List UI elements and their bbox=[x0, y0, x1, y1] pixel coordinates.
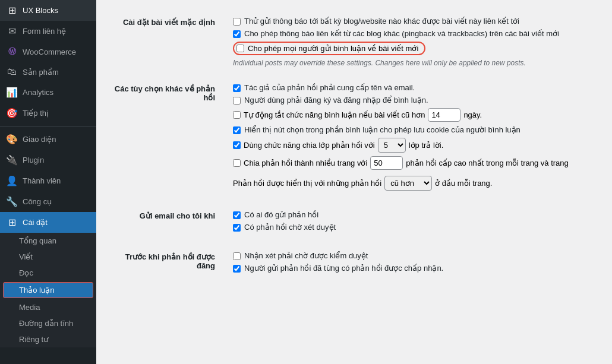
ux-blocks-icon: ⊞ bbox=[6, 5, 18, 16]
sidebar-item-cong-cu[interactable]: 🔧 Công cụ bbox=[0, 191, 96, 212]
option10-container: Phản hồi được hiển thị với những phản hồ… bbox=[233, 176, 492, 191]
sidebar-item-woocommerce[interactable]: Ⓦ WooCommerce bbox=[0, 42, 96, 62]
option12-text: Có phản hồi chờ xét duyệt bbox=[244, 223, 336, 232]
option2-text: Cho phép thông báo liên kết từ các blog … bbox=[244, 29, 559, 38]
option9-container: Chia phản hồi thành nhiều trang với phản… bbox=[233, 156, 569, 170]
sidebar-item-san-pham[interactable]: 🛍 Sản phẩm bbox=[0, 62, 96, 82]
option3-checkbox[interactable] bbox=[236, 45, 244, 52]
sidebar-item-thanh-vien[interactable]: 👤 Thành viên bbox=[0, 170, 96, 191]
option12-checkbox[interactable] bbox=[233, 224, 241, 232]
section4-content: Nhận xét phải chờ được kiểm duyệt Người … bbox=[227, 249, 600, 278]
option2-checkbox[interactable] bbox=[233, 30, 241, 38]
sidebar-item-ux-blocks[interactable]: ⊞ UX Blocks bbox=[0, 0, 96, 21]
settings-section-2: Các tùy chọn khác về phản hồi Tác giả củ… bbox=[108, 75, 600, 202]
option3-circle: Cho phép mọi người gửi bình luận về bài … bbox=[233, 42, 425, 55]
sidebar-item-label: WooCommerce bbox=[23, 48, 76, 56]
sidebar-item-giao-dien[interactable]: 🎨 Giao diện bbox=[0, 129, 96, 150]
option4-label[interactable]: Tác giả của phản hồi phải cung cấp tên v… bbox=[233, 83, 594, 92]
option3-text: Cho phép mọi người gửi bình luận về bài … bbox=[248, 44, 418, 53]
option6-suffix: ngày. bbox=[463, 110, 482, 119]
option2-label[interactable]: Cho phép thông báo liên kết từ các blog … bbox=[233, 29, 594, 38]
option10-text: Phản hồi được hiển thị với những phản hồ… bbox=[233, 179, 381, 188]
sidebar-item-rieng-tu[interactable]: Riêng tư bbox=[0, 331, 96, 347]
option13-label[interactable]: Nhận xét phải chờ được kiểm duyệt bbox=[233, 251, 594, 260]
option6-container: Tự động tắt chức năng bình luận nếu bài … bbox=[233, 108, 482, 122]
sidebar-item-label: Công cụ bbox=[23, 197, 52, 206]
option13-checkbox[interactable] bbox=[233, 252, 241, 260]
option11-label[interactable]: Có ai đó gửi phản hồi bbox=[233, 210, 594, 219]
tiep-thi-icon: 🎯 bbox=[6, 107, 18, 119]
sidebar-item-plugin[interactable]: 🔌 Plugin bbox=[0, 150, 96, 170]
option13-text: Nhận xét phải chờ được kiểm duyệt bbox=[244, 251, 368, 260]
sidebar-item-label: Sản phẩm bbox=[23, 68, 59, 77]
option7-checkbox[interactable] bbox=[233, 126, 241, 134]
option7-text: Hiển thị nút chọn trong phần bình luận c… bbox=[244, 125, 520, 134]
option4-checkbox[interactable] bbox=[233, 84, 241, 92]
sidebar-item-label: Thành viên bbox=[23, 176, 61, 185]
sidebar-item-duong-dan-tinh[interactable]: Đường dẫn tĩnh bbox=[0, 315, 96, 331]
sidebar-item-tiep-thi[interactable]: 🎯 Tiếp thị bbox=[0, 103, 96, 124]
section3-content: Có ai đó gửi phản hồi Có phản hồi chờ xé… bbox=[227, 208, 600, 237]
sidebar-item-analytics[interactable]: 📊 Analytics bbox=[0, 82, 96, 103]
option14-checkbox[interactable] bbox=[233, 265, 241, 273]
option9-text: Chia phản hồi thành nhiều trang với bbox=[244, 159, 367, 167]
option6-text: Tự động tắt chức năng bình luận nếu bài … bbox=[244, 110, 425, 119]
sidebar-item-viet[interactable]: Viết bbox=[0, 249, 96, 265]
option8-suffix: lớp trả lời. bbox=[409, 141, 444, 150]
sidebar-item-form-lien-he[interactable]: ✉ Form liên hệ bbox=[0, 21, 96, 42]
settings-section-4: Trước khi phản hồi được đăng Nhận xét ph… bbox=[108, 243, 600, 284]
option6-checkbox[interactable] bbox=[233, 111, 241, 119]
sidebar-item-label: Giao diện bbox=[23, 135, 56, 144]
option14-text: Người gửi phản hồi đã từng có phản hồi đ… bbox=[244, 264, 443, 273]
option8-checkbox[interactable] bbox=[233, 141, 241, 149]
section1-note: Individual posts may override these sett… bbox=[233, 59, 594, 67]
option8-text: Dùng chức năng chia lớp phản hồi với bbox=[244, 141, 375, 150]
cai-dat-icon: ⊞ bbox=[6, 217, 18, 228]
option8-select[interactable]: 2345678910 bbox=[378, 138, 406, 153]
settings-section-1: Cài đặt bài viết mặc định Thử gửi thông … bbox=[108, 9, 600, 75]
sidebar-item-label: Analytics bbox=[23, 88, 53, 97]
option11-text: Có ai đó gửi phản hồi bbox=[244, 210, 318, 219]
sidebar-item-media[interactable]: Media bbox=[0, 299, 96, 315]
analytics-icon: 📊 bbox=[6, 87, 18, 98]
option1-text: Thử gửi thông báo tới bất kỳ blog/websit… bbox=[244, 17, 519, 26]
main-content: Cài đặt bài viết mặc định Thử gửi thông … bbox=[96, 0, 612, 364]
sidebar-menu: ⊞ UX Blocks ✉ Form liên hệ Ⓦ WooCommerce… bbox=[0, 0, 96, 347]
thanh-vien-icon: 👤 bbox=[6, 175, 18, 186]
giao-dien-icon: 🎨 bbox=[6, 134, 18, 145]
option5-label[interactable]: Người dùng phải đăng ký và đăng nhập để … bbox=[233, 96, 594, 105]
option9-checkbox[interactable] bbox=[233, 159, 241, 167]
sidebar-item-thao-luan[interactable]: Thảo luận bbox=[3, 282, 93, 298]
option9-suffix: phản hồi cấp cao nhất trong mỗi trang và… bbox=[406, 159, 568, 167]
sidebar-item-doc[interactable]: Đọc bbox=[0, 265, 96, 281]
form-icon: ✉ bbox=[6, 26, 18, 37]
option5-checkbox[interactable] bbox=[233, 97, 241, 105]
divider1 bbox=[0, 126, 96, 126]
option12-label[interactable]: Có phản hồi chờ xét duyệt bbox=[233, 223, 594, 232]
san-pham-icon: 🛍 bbox=[6, 67, 18, 77]
option11-checkbox[interactable] bbox=[233, 211, 241, 219]
sidebar-item-label: Form liên hệ bbox=[23, 27, 66, 36]
section1-label: Cài đặt bài viết mặc định bbox=[108, 15, 227, 69]
option7-label[interactable]: Hiển thị nút chọn trong phần bình luận c… bbox=[233, 125, 594, 134]
option8-container: Dùng chức năng chia lớp phản hồi với 234… bbox=[233, 138, 443, 153]
option4-text: Tác giả của phản hồi phải cung cấp tên v… bbox=[244, 83, 415, 92]
option14-label[interactable]: Người gửi phản hồi đã từng có phản hồi đ… bbox=[233, 264, 594, 273]
option6-number-input[interactable] bbox=[428, 108, 460, 122]
option1-checkbox[interactable] bbox=[233, 18, 241, 26]
sidebar-submenu: Tổng quan Viết Đọc Thảo luận Media Đường… bbox=[0, 233, 96, 347]
option9-number-input[interactable] bbox=[370, 156, 403, 170]
sidebar: ⊞ UX Blocks ✉ Form liên hệ Ⓦ WooCommerce… bbox=[0, 0, 96, 364]
option10-suffix: ở đầu mỗi trang. bbox=[435, 179, 492, 188]
option5-text: Người dùng phải đăng ký và đăng nhập để … bbox=[244, 96, 428, 105]
plugin-icon: 🔌 bbox=[6, 154, 18, 166]
settings-section-3: Gửi email cho tôi khi Có ai đó gửi phản … bbox=[108, 202, 600, 243]
section3-label: Gửi email cho tôi khi bbox=[108, 208, 227, 237]
section4-label: Trước khi phản hồi được đăng bbox=[108, 249, 227, 278]
option1-label[interactable]: Thử gửi thông báo tới bất kỳ blog/websit… bbox=[233, 17, 594, 26]
sidebar-item-cai-dat[interactable]: ⊞ Cài đặt bbox=[0, 212, 96, 233]
sidebar-item-tong-quan[interactable]: Tổng quan bbox=[0, 233, 96, 249]
sidebar-item-label: UX Blocks bbox=[23, 6, 58, 15]
option10-select[interactable]: cũ hơnmới hơn bbox=[384, 176, 432, 191]
section2-label: Các tùy chọn khác về phản hồi bbox=[108, 81, 227, 196]
